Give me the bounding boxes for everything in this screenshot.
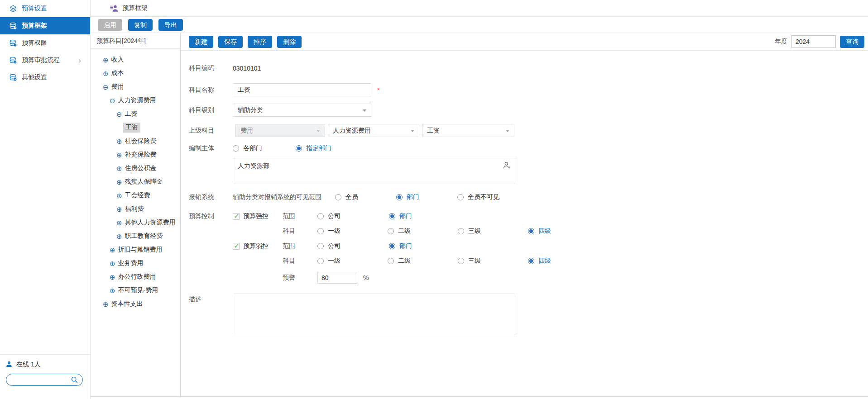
radio-option-三级[interactable]: 三级 (458, 257, 528, 265)
add-person-icon[interactable] (503, 162, 511, 169)
expand-icon[interactable]: ⊕ (110, 274, 115, 280)
tree-node-资本性支出[interactable]: ⊕资本性支出 (91, 297, 180, 311)
tree-node-工资[interactable]: 工资 (91, 121, 180, 134)
expand-icon[interactable]: ⊕ (116, 179, 122, 185)
sidebar-item-预算审批流程[interactable]: 预算审批流程› (0, 52, 90, 69)
radio-option-公司[interactable]: 公司 (317, 242, 389, 250)
radio-option-二级[interactable]: 二级 (388, 257, 458, 265)
tree-node-办公行政费用[interactable]: ⊕办公行政费用 (91, 270, 180, 284)
required-asterisk: * (377, 86, 380, 94)
expand-icon[interactable]: ⊕ (110, 260, 115, 267)
radio-option-三级[interactable]: 三级 (458, 227, 528, 235)
tree-node-工会经费[interactable]: ⊕工会经费 (91, 189, 180, 202)
radio-option-二级[interactable]: 二级 (388, 227, 458, 235)
parent-level3-select[interactable]: 工资 (422, 124, 514, 137)
radio-option-一级[interactable]: 一级 (317, 227, 388, 235)
tree-node-成本[interactable]: ⊕成本 (91, 66, 180, 80)
copy-button[interactable]: 复制 (128, 19, 153, 31)
collapse-icon[interactable]: ⊖ (103, 84, 109, 90)
parent-level2-select[interactable]: 人力资源费用 (328, 124, 419, 137)
radio-option-四级[interactable]: 四级 (528, 227, 598, 235)
radio-option-label: 公司 (328, 242, 340, 250)
subject-tree: ⊕收入⊕成本⊖费用⊖人力资源费用⊖工资工资⊕社会保险费⊕补充保险费⊕住房公积金⊕… (91, 49, 180, 311)
expand-icon[interactable]: ⊕ (110, 287, 115, 294)
app-root: 预算设置 预算框架 预算权限 预算审批流程› 其他设置 在线 1人 (0, 0, 868, 399)
expand-icon[interactable]: ⊕ (116, 206, 122, 213)
department-member-box[interactable]: 人力资源部 (233, 158, 515, 184)
warning-threshold-input[interactable] (317, 272, 357, 284)
tree-node-人力资源费用[interactable]: ⊖人力资源费用 (91, 94, 180, 107)
form-toolbar: 新建 保存 排序 删除 年度 查询 (181, 33, 868, 51)
sort-button[interactable]: 排序 (248, 36, 272, 48)
radio-option-四级[interactable]: 四级 (528, 257, 598, 265)
content-row: 预算科目[2024年] ⊕收入⊕成本⊖费用⊖人力资源费用⊖工资工资⊕社会保险费⊕… (91, 33, 868, 397)
expand-icon[interactable]: ⊕ (116, 138, 122, 145)
sidebar-item-其他设置[interactable]: 其他设置 (0, 69, 90, 86)
tree-node-费用[interactable]: ⊖费用 (91, 80, 180, 94)
radio-option-label: 一级 (328, 257, 340, 265)
export-button[interactable]: 导出 (158, 19, 183, 31)
query-button[interactable]: 查询 (840, 36, 864, 48)
collapse-icon[interactable]: ⊖ (110, 97, 115, 104)
expand-icon[interactable]: ⊕ (116, 192, 122, 199)
description-textarea[interactable] (233, 294, 515, 335)
expand-icon[interactable]: ⊕ (116, 165, 122, 172)
tree-node-收入[interactable]: ⊕收入 (91, 53, 180, 66)
delete-button[interactable]: 删除 (277, 36, 302, 48)
sidebar-item-预算设置[interactable]: 预算设置 (0, 0, 90, 17)
tree-node-工资[interactable]: ⊖工资 (91, 107, 180, 121)
radio-option-部门[interactable]: 部门 (396, 193, 457, 201)
tree-node-住房公积金[interactable]: ⊕住房公积金 (91, 162, 180, 175)
radio-option-label: 公司 (328, 212, 340, 220)
search-icon[interactable] (71, 376, 78, 383)
tree-node-社会保险费[interactable]: ⊕社会保险费 (91, 134, 180, 148)
radio-option-全员[interactable]: 全员 (335, 193, 396, 201)
enable-button[interactable]: 启用 (98, 19, 122, 31)
weak-control-subject-row: 科目 一级二级三级四级 (189, 257, 868, 265)
radio-option-部门[interactable]: 部门 (389, 212, 460, 220)
tree-node-业务费用[interactable]: ⊕业务费用 (91, 256, 180, 270)
tree-node-折旧与摊销费用[interactable]: ⊕折旧与摊销费用 (91, 243, 180, 256)
radio-option-一级[interactable]: 一级 (317, 257, 388, 265)
save-button[interactable]: 保存 (218, 36, 243, 48)
weak-control-checkbox[interactable]: ✓ (233, 243, 240, 250)
expand-icon[interactable]: ⊕ (103, 301, 109, 308)
expand-icon[interactable]: ⊕ (116, 233, 122, 240)
radio-option-公司[interactable]: 公司 (317, 212, 389, 220)
year-label: 年度 (775, 38, 787, 46)
expand-icon[interactable]: ⊕ (116, 219, 122, 226)
tree-node-label: 职工教育经费 (125, 232, 163, 240)
tree-node-其他人力资源费用[interactable]: ⊕其他人力资源费用 (91, 216, 180, 229)
tree-node-职工教育经费[interactable]: ⊕职工教育经费 (91, 229, 180, 243)
subject-name-input[interactable] (233, 83, 371, 96)
sidebar-item-预算框架[interactable]: 预算框架 (0, 17, 90, 34)
tree-node-不可预见-费用[interactable]: ⊕不可预见-费用 (91, 284, 180, 297)
radio-selected-icon (389, 243, 395, 249)
tree-node-福利费[interactable]: ⊕福利费 (91, 202, 180, 216)
radio-unselected-icon (457, 194, 464, 200)
radio-option-全员不可见[interactable]: 全员不可见 (457, 193, 518, 201)
radio-unselected-icon (388, 228, 394, 234)
coin-stack-icon (9, 22, 17, 30)
year-input[interactable] (791, 35, 836, 48)
reimburse-radio-group: 全员部门全员不可见 (335, 193, 518, 201)
subject-level-select[interactable]: 辅助分类 (233, 104, 371, 117)
sidebar-item-label: 预算权限 (22, 39, 47, 47)
collapse-icon[interactable]: ⊖ (116, 111, 122, 118)
radio-option-部门[interactable]: 部门 (389, 242, 460, 250)
tree-node-label: 成本 (111, 69, 124, 77)
radio-option-各部门[interactable]: 各部门 (233, 144, 296, 152)
parent-subject-label: 上级科目 (189, 127, 233, 135)
tree-node-label: 其他人力资源费用 (125, 218, 176, 227)
strong-control-checkbox[interactable]: ✓ (233, 213, 240, 220)
sidebar-item-预算权限[interactable]: 预算权限 (0, 34, 90, 52)
tree-node-残疾人保障金[interactable]: ⊕残疾人保障金 (91, 175, 180, 189)
expand-icon[interactable]: ⊕ (116, 152, 122, 158)
expand-icon[interactable]: ⊕ (103, 70, 109, 77)
tree-node-label: 社会保险费 (125, 137, 157, 145)
radio-option-指定部门[interactable]: 指定部门 (296, 144, 359, 152)
expand-icon[interactable]: ⊕ (103, 57, 109, 63)
tree-node-补充保险费[interactable]: ⊕补充保险费 (91, 148, 180, 162)
new-button[interactable]: 新建 (189, 36, 213, 48)
expand-icon[interactable]: ⊕ (110, 247, 115, 253)
